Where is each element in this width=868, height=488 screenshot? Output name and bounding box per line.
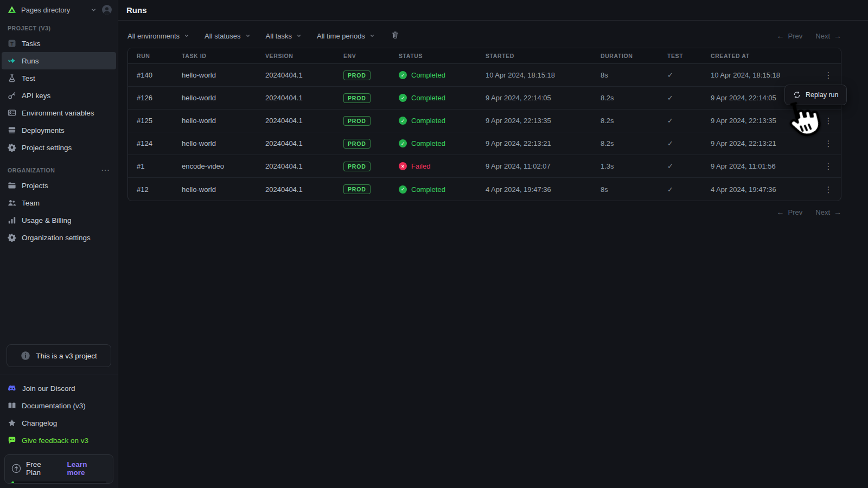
env-cell: PROD — [343, 139, 399, 149]
trash-icon — [391, 31, 399, 39]
table-row[interactable]: #125hello-world20240404.1PROD✓Completed9… — [128, 110, 841, 132]
sidebar-item-team[interactable]: Team — [2, 194, 116, 211]
v3-project-notice: This is a v3 project — [7, 344, 111, 367]
column-header: STARTED — [486, 53, 601, 59]
main: Runs All environmentsAll statusesAll tas… — [118, 0, 868, 488]
status-label: Completed — [411, 117, 445, 125]
status-success-icon: ✓ — [399, 139, 407, 147]
run-number: #12 — [137, 185, 182, 194]
sidebar-item-label: Runs — [22, 57, 39, 65]
sidebar-link-documentation[interactable]: Documentation (v3) — [0, 397, 118, 414]
status-error-icon: × — [399, 162, 407, 170]
sidebar-item-test[interactable]: Test — [2, 69, 116, 87]
column-header: ENV — [343, 53, 399, 59]
sidebar-item-tasks[interactable]: TTasks — [2, 35, 116, 52]
actions-cell: ⋮ — [821, 69, 839, 81]
arrow-left-icon: ← — [777, 31, 784, 40]
env-cell: PROD — [343, 93, 399, 103]
prev-button[interactable]: ← Prev — [777, 208, 803, 216]
table-header-row: RUNTASK IDVERSIONENVSTATUSSTARTEDDURATIO… — [128, 48, 841, 64]
task-id: hello-world — [182, 139, 265, 147]
table-row[interactable]: #12hello-world20240404.1PROD✓Completed4 … — [128, 178, 841, 201]
created-at: 9 Apr 2024, 22:13:21 — [711, 139, 819, 147]
next-label: Next — [815, 208, 830, 216]
filter-all-statuses[interactable]: All statuses — [205, 32, 251, 40]
sidebar-item-label: API keys — [22, 92, 50, 100]
table-body: #140hello-world20240404.1PROD✓Completed1… — [128, 64, 841, 201]
server-icon — [8, 126, 16, 134]
sidebar-item-projects[interactable]: Projects — [2, 177, 116, 194]
row-menu-button[interactable]: ⋮ — [821, 137, 836, 150]
row-menu-button[interactable]: ⋮ — [821, 69, 836, 81]
key-icon — [8, 91, 16, 100]
arrow-right-icon: → — [834, 31, 841, 40]
filter-all-environments[interactable]: All environments — [127, 32, 190, 40]
learn-more-link[interactable]: Learn more — [67, 460, 106, 477]
sidebar-link-feedback[interactable]: Give feedback on v3 — [0, 432, 118, 449]
next-button[interactable]: Next → — [815, 31, 841, 40]
chevron-down-icon — [369, 33, 375, 39]
row-menu-button[interactable]: ⋮ — [821, 160, 836, 172]
sidebar-link-changelog[interactable]: Changelog — [0, 414, 118, 432]
sidebar-item-usage-billing[interactable]: Usage & Billing — [2, 211, 116, 229]
next-button[interactable]: Next → — [815, 208, 841, 216]
column-header: TEST — [667, 53, 711, 59]
arrow-right-icon: → — [834, 208, 841, 216]
sidebar-item-runs[interactable]: Runs — [2, 52, 116, 69]
app-root: Pages directory PROJECT (V3) TTasksRunsT… — [0, 0, 868, 488]
env-badge: PROD — [343, 70, 371, 80]
status-success-icon: ✓ — [399, 71, 407, 79]
status-cell: ✓Completed — [399, 139, 486, 147]
sidebar-item-label: Organization settings — [22, 234, 91, 242]
test-cell: ✓ — [667, 117, 711, 125]
sidebar-item-label: Project settings — [22, 144, 72, 152]
status-label: Completed — [411, 71, 445, 79]
table-row[interactable]: #1encode-video20240404.1PROD×Failed9 Apr… — [128, 155, 841, 178]
sidebar-item-environment-variables[interactable]: Environment variables — [2, 104, 116, 121]
status-success-icon: ✓ — [399, 94, 407, 102]
team-icon — [8, 198, 16, 207]
run-number: #125 — [137, 117, 182, 125]
row-menu-button[interactable]: ⋮ — [821, 183, 836, 196]
version: 20240404.1 — [265, 185, 343, 194]
env-badge: PROD — [343, 184, 371, 194]
filter-all-tasks[interactable]: All tasks — [266, 32, 302, 40]
prev-button[interactable]: ← Prev — [777, 31, 803, 40]
sidebar-item-label: Deployments — [22, 126, 65, 134]
table-row[interactable]: #124hello-world20240404.1PROD✓Completed9… — [128, 132, 841, 155]
status-cell: ✓Completed — [399, 185, 486, 194]
version: 20240404.1 — [265, 139, 343, 147]
sidebar-link-label: Documentation (v3) — [22, 402, 86, 410]
workspace-selector[interactable]: Pages directory — [0, 0, 118, 20]
test-cell: ✓ — [667, 162, 711, 170]
status-success-icon: ✓ — [399, 117, 407, 125]
test-check-icon: ✓ — [667, 162, 673, 170]
table-row[interactable]: #140hello-world20240404.1PROD✓Completed1… — [128, 64, 841, 87]
sidebar-item-label: Test — [22, 74, 35, 82]
row-menu-button[interactable]: ⋮ — [821, 114, 836, 127]
status-cell: ×Failed — [399, 162, 486, 170]
filter-label: All time periods — [317, 32, 365, 40]
started-at: 4 Apr 2024, 19:47:36 — [486, 185, 601, 194]
env-cell: PROD — [343, 184, 399, 194]
actions-cell: ⋮ — [821, 114, 839, 127]
sidebar-item-deployments[interactable]: Deployments — [2, 121, 116, 139]
folder-icon — [8, 181, 16, 190]
sidebar-item-organization-settings[interactable]: Organization settings — [2, 229, 116, 246]
plan-name: Free Plan — [26, 460, 58, 477]
task-id: hello-world — [182, 117, 265, 125]
sidebar-link-label: Changelog — [22, 419, 57, 427]
filter-all-time-periods[interactable]: All time periods — [317, 32, 375, 40]
organization-menu-button[interactable]: ··· — [101, 168, 110, 172]
pagination-bottom: ← Prev Next → — [127, 208, 841, 216]
version: 20240404.1 — [265, 162, 343, 170]
table-row[interactable]: #126hello-world20240404.1PROD✓Completed9… — [128, 87, 841, 110]
test-check-icon: ✓ — [667, 185, 673, 194]
sidebar-item-api-keys[interactable]: API keys — [2, 87, 116, 104]
status-cell: ✓Completed — [399, 71, 486, 79]
chevron-down-icon — [296, 33, 302, 39]
clear-filters-button[interactable] — [390, 30, 400, 42]
avatar[interactable] — [101, 4, 112, 15]
sidebar-link-discord[interactable]: Join our Discord — [0, 380, 118, 397]
sidebar-item-project-settings[interactable]: Project settings — [2, 139, 116, 156]
